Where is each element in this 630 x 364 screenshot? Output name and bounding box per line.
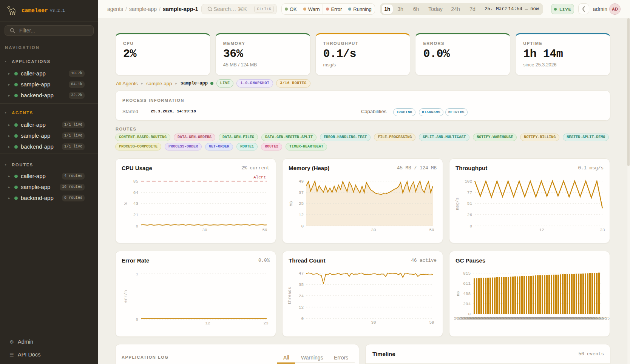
svg-text:611: 611 — [463, 281, 471, 286]
svg-text:77: 77 — [467, 190, 472, 195]
svg-text:0: 0 — [468, 312, 471, 316]
svg-text:0: 0 — [301, 316, 304, 321]
svg-text:0: 0 — [301, 224, 304, 229]
svg-text:12: 12 — [299, 213, 304, 217]
svg-text:51: 51 — [467, 201, 472, 206]
svg-text:12: 12 — [539, 228, 544, 232]
svg-text:23: 23 — [263, 321, 268, 326]
svg-text:24: 24 — [299, 294, 304, 298]
svg-text:30: 30 — [202, 228, 207, 232]
svg-text:43: 43 — [133, 201, 138, 206]
svg-text:12: 12 — [205, 321, 210, 326]
svg-text:1: 1 — [136, 272, 138, 276]
svg-text:2026-03-25: 2026-03-25 — [587, 316, 610, 321]
svg-text:49: 49 — [299, 179, 304, 184]
svg-text:threads: threads — [287, 287, 292, 304]
svg-text:30: 30 — [371, 228, 376, 232]
svg-text:102: 102 — [465, 179, 472, 184]
svg-text:26: 26 — [467, 213, 472, 217]
svg-text:21: 21 — [133, 213, 139, 217]
svg-text:408: 408 — [463, 292, 471, 296]
svg-text:59: 59 — [262, 228, 267, 232]
svg-text:59: 59 — [429, 228, 434, 232]
svg-text:37: 37 — [299, 190, 304, 195]
svg-text:47: 47 — [299, 271, 304, 276]
svg-text:%: % — [124, 202, 128, 205]
svg-text:23: 23 — [600, 228, 605, 232]
svg-text:30: 30 — [371, 320, 376, 325]
svg-text:35: 35 — [299, 283, 304, 287]
svg-text:err/h: err/h — [124, 290, 128, 303]
svg-text:0: 0 — [469, 224, 472, 229]
svg-text:0: 0 — [136, 317, 138, 322]
svg-text:12: 12 — [299, 305, 304, 310]
svg-text:59: 59 — [429, 320, 434, 325]
svg-text:ms: ms — [456, 291, 460, 296]
svg-text:0: 0 — [136, 224, 138, 229]
svg-text:25: 25 — [299, 201, 304, 206]
svg-text:Alert: Alert — [253, 175, 266, 180]
svg-text:204: 204 — [463, 302, 471, 306]
svg-text:msg/s: msg/s — [455, 197, 460, 210]
svg-text:815: 815 — [463, 271, 471, 276]
svg-text:MB: MB — [289, 201, 293, 206]
svg-text:85: 85 — [133, 179, 138, 184]
svg-text:64: 64 — [133, 190, 139, 195]
